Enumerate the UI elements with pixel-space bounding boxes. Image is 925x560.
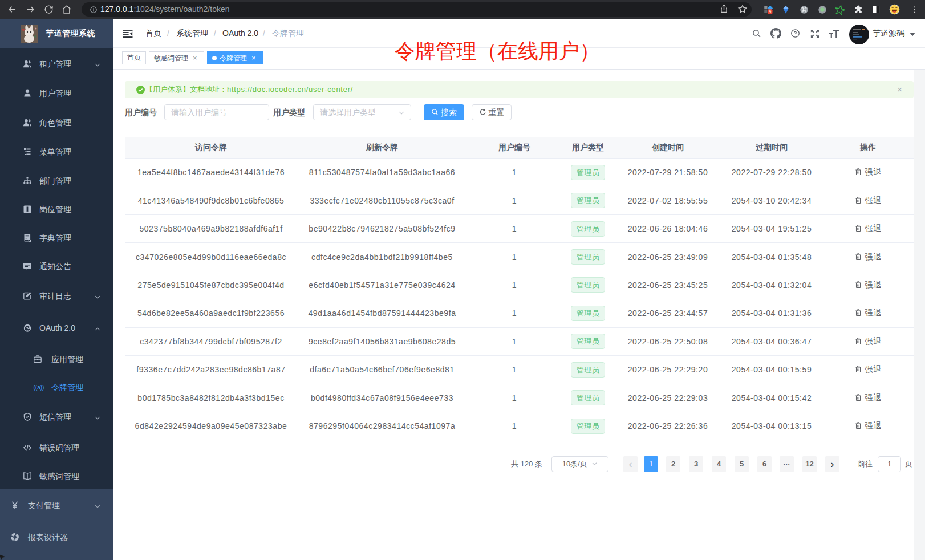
svg-text:((a)): ((a)): [34, 384, 44, 391]
svg-text:9: 9: [769, 10, 771, 14]
